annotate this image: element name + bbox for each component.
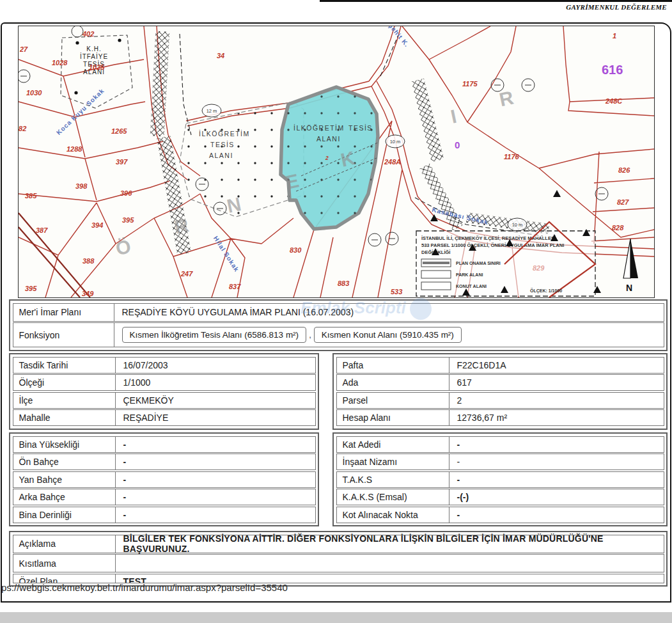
- svg-text:1175: 1175: [462, 80, 478, 88]
- svg-text:248A: 248A: [384, 158, 401, 166]
- svg-text:1265: 1265: [111, 127, 127, 135]
- table-row: Mer'i İmar Planı REŞADİYE KÖYÜ UYGULAMA …: [13, 303, 664, 322]
- bottom-scroll-strip[interactable]: [0, 612, 672, 623]
- svg-text:1025: 1025: [89, 63, 105, 71]
- svg-text:Ö: Ö: [114, 235, 133, 259]
- plan-table: Mer'i İmar Planı REŞADİYE KÖYÜ UYGULAMA …: [9, 299, 668, 351]
- table-row: Hesap Alanı12736,67 m²: [336, 409, 664, 426]
- svg-text:1176: 1176: [504, 153, 520, 161]
- table-row: K.A.K.S (Emsal)-(-): [336, 489, 664, 505]
- table-row: Açıklama BİLGİLER TEK FONKSİYONA AİTTİR.…: [13, 535, 664, 553]
- svg-text:İTFAİYE: İTFAİYE: [80, 52, 108, 60]
- top-rule: [320, 0, 672, 2]
- svg-text:837: 837: [229, 283, 241, 290]
- svg-text:I: I: [449, 106, 458, 127]
- svg-text:382: 382: [19, 125, 26, 132]
- table-row: Ön Bahçe-: [13, 453, 316, 470]
- street-label: Şehit K.: [387, 26, 411, 49]
- svg-text:826: 826: [618, 166, 630, 174]
- table-row: Yan Bahçe-: [13, 471, 316, 488]
- table-row: Arka Bahçe-: [13, 489, 316, 505]
- table-row: T.A.K.S-: [336, 471, 664, 488]
- table-row: İnşaat Nizamı-: [336, 453, 664, 470]
- svg-text:27: 27: [19, 45, 28, 53]
- svg-text:396: 396: [120, 189, 132, 197]
- notes-table: Açıklama BİLGİLER TEK FONKSİYONA AİTTİR.…: [9, 531, 668, 587]
- page-url: ps://webgis.cekmekoy.bel.tr/imardurumu/i…: [1, 582, 288, 593]
- svg-text:10 m: 10 m: [390, 139, 401, 145]
- table-row: Ada617: [336, 374, 664, 391]
- svg-text:N: N: [626, 283, 632, 293]
- svg-text:616: 616: [602, 63, 623, 77]
- svg-text:10 m: 10 m: [512, 222, 523, 228]
- svg-text:İSTANBUL İLİ, ÇEKMEKÖY İLÇESİ,: İSTANBUL İLİ, ÇEKMEKÖY İLÇESİ, REŞADİYE …: [421, 235, 557, 241]
- table-row: Bina Yüksekliği-: [13, 436, 316, 453]
- table-row: İlçeÇEKMEKÖY: [13, 392, 316, 409]
- button-separator: ,: [309, 330, 311, 340]
- svg-text:TESİS: TESİS: [348, 124, 373, 132]
- svg-text:12 m: 12 m: [207, 108, 217, 114]
- svg-text:KONUT ALANI: KONUT ALANI: [456, 284, 487, 288]
- svg-text:1288: 1288: [66, 145, 82, 153]
- svg-text:1028: 1028: [52, 59, 68, 67]
- zoning-map[interactable]: K.H. İTFAİYE TESİS ALANI İLKÖĞRETİM TESİ…: [18, 26, 655, 298]
- cadastral-map-svg: K.H. İTFAİYE TESİS ALANI İLKÖĞRETİM TESİ…: [19, 26, 654, 297]
- school-left-label: İLKÖĞRETİM: [199, 130, 250, 138]
- table-row: Parsel2: [336, 392, 664, 409]
- svg-text:533: 533: [391, 288, 402, 296]
- svg-text:385: 385: [25, 192, 37, 200]
- table-row: Bina Derinliği-: [13, 507, 316, 523]
- svg-text:830: 830: [290, 246, 302, 254]
- svg-text:533 PARSEL 1/1000 ÖLÇEKLİ, ÖNE: 533 PARSEL 1/1000 ÖLÇEKLİ, ÖNERİ UYGULAM…: [421, 242, 564, 248]
- table-row: Kısıtlama: [13, 554, 664, 572]
- svg-text:ALANI: ALANI: [209, 152, 233, 159]
- svg-text:827: 827: [617, 198, 629, 206]
- table-row: Kat Adedi-: [336, 436, 664, 453]
- svg-text:395: 395: [25, 285, 37, 292]
- table-row: Tasdik Tarihi16/07/2003: [13, 357, 316, 374]
- info-table-right: PaftaF22C16D1A Ada617 Parsel2 Hesap Alan…: [332, 353, 668, 430]
- svg-text:388: 388: [82, 257, 95, 265]
- north-arrow: N: [623, 239, 638, 293]
- fonksiyon-button-konut[interactable]: Kısmen Konut Alanı (5910.435 m²): [314, 327, 462, 343]
- svg-text:248C: 248C: [605, 97, 623, 105]
- street-label: Hilal Sokak: [212, 235, 240, 273]
- fonksiyon-button-ilkogretim[interactable]: Kısmen İlköğretim Tesis Alanı (6586.813 …: [122, 327, 307, 343]
- svg-text:349: 349: [82, 290, 94, 297]
- row-label: Mer'i İmar Planı: [13, 304, 114, 321]
- info-table-left: Tasdik Tarihi16/07/2003 Ölçeği1/1000 İlç…: [9, 353, 319, 430]
- svg-text:2: 2: [325, 155, 329, 161]
- building-table-right: Kat Adedi- İnşaat Nizamı- T.A.K.S- K.A.K…: [332, 432, 668, 526]
- svg-text:1: 1: [613, 32, 616, 40]
- svg-text:402: 402: [82, 30, 94, 38]
- building-table-left: Bina Yüksekliği- Ön Bahçe- Yan Bahçe- Ar…: [9, 432, 319, 526]
- svg-text:828: 828: [612, 224, 624, 232]
- svg-text:387: 387: [36, 226, 48, 234]
- fire-station-label: K.H.: [86, 45, 101, 52]
- table-row: MahalleREŞADİYE: [13, 409, 316, 426]
- row-label: Fonksiyon: [13, 323, 114, 347]
- svg-text:883: 883: [338, 280, 349, 287]
- svg-text:1030: 1030: [26, 89, 42, 97]
- svg-text:0: 0: [455, 139, 460, 150]
- svg-text:PARK ALANI: PARK ALANI: [456, 272, 483, 277]
- svg-text:247: 247: [180, 270, 193, 278]
- row-value: REŞADİYE KÖYÜ UYGULAMA İMAR PLANI (16.07…: [114, 307, 354, 317]
- svg-text:R: R: [497, 86, 515, 110]
- svg-text:PLAN ONAMA SINIRI: PLAN ONAMA SINIRI: [456, 261, 501, 265]
- svg-text:ALANI: ALANI: [316, 135, 341, 143]
- school-sel-label: İLKÖĞRETİM: [293, 124, 345, 132]
- svg-text:397: 397: [116, 158, 128, 166]
- table-row: PaftaF22C16D1A: [336, 357, 664, 374]
- table-row: Ölçeği1/1000: [13, 374, 316, 391]
- table-row: Kot Alınacak Nokta-: [336, 507, 664, 523]
- svg-text:TESİS: TESİS: [210, 141, 235, 148]
- table-row: Fonksiyon Kısmen İlköğretim Tesis Alanı …: [13, 322, 664, 347]
- page-brand: GAYRİMENKUL DEĞERLEME: [566, 3, 667, 11]
- svg-text:395: 395: [122, 216, 134, 224]
- legend-scale: ÖLÇEK: 1/1000: [530, 288, 562, 294]
- svg-text:34: 34: [217, 52, 224, 59]
- svg-text:394: 394: [91, 221, 103, 229]
- selected-parcel[interactable]: İLKÖĞRETİM TESİS ALANI: [281, 87, 378, 229]
- svg-text:398: 398: [75, 182, 88, 190]
